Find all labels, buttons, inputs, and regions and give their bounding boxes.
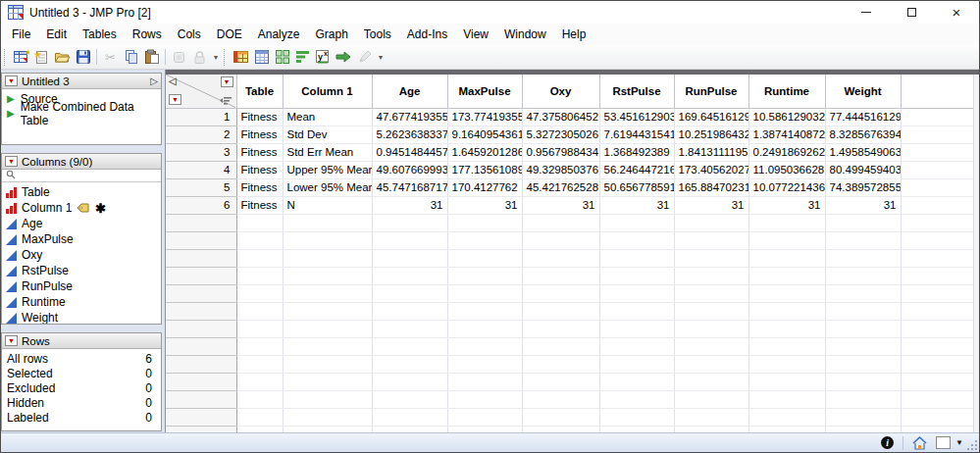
column-item-oxy[interactable]: Oxy [2,247,161,263]
table-cell[interactable]: 170.4127762 [447,178,522,196]
empty-cell[interactable] [599,214,674,231]
empty-cell[interactable] [674,337,748,355]
table-cell[interactable]: 1.4958549063 [825,143,901,161]
rows-menu-button[interactable]: ▼ [169,94,181,105]
empty-cell[interactable] [825,320,901,337]
empty-cell[interactable] [674,231,748,249]
empty-cell[interactable] [825,373,901,390]
table-cell[interactable]: 5.3272305026 [522,126,599,143]
empty-cell[interactable] [674,408,748,426]
column-header-rstpulse[interactable]: RstPulse [599,75,674,108]
table-cell[interactable]: 31 [825,196,901,214]
toolbar-overflow-icon[interactable]: ▾ [375,53,387,62]
empty-cell[interactable] [522,249,599,267]
row-number[interactable]: 2 [166,126,236,143]
column-item-weight[interactable]: Weight [2,310,161,324]
empty-cell[interactable] [825,302,901,320]
empty-cell[interactable] [599,408,674,426]
table-cell[interactable]: 74.389572855 [825,178,901,196]
table-cell[interactable]: 10.077221436 [748,178,825,196]
table-cell[interactable]: N [283,196,372,214]
empty-cell[interactable] [447,390,522,408]
menu-doe[interactable]: DOE [209,25,250,43]
empty-cell[interactable] [236,320,283,337]
empty-cell[interactable] [901,390,975,408]
empty-cell[interactable] [283,214,372,231]
column-item-rstpulse[interactable]: RstPulse [2,263,161,278]
column-header-runtime[interactable]: Runtime [748,75,825,108]
table-cell[interactable]: 31 [372,196,447,214]
empty-cell[interactable] [901,178,975,196]
row-number[interactable]: 3 [166,143,236,161]
empty-cell[interactable] [236,373,283,390]
empty-cell[interactable] [825,284,901,302]
empty-cell[interactable] [447,249,522,267]
empty-cell[interactable] [447,267,522,284]
menu-tables[interactable]: Tables [75,25,125,43]
empty-cell[interactable] [236,284,283,302]
empty-cell[interactable] [825,249,901,267]
empty-cell[interactable] [674,249,748,267]
empty-cell[interactable] [283,426,372,432]
table-cell[interactable]: 10.251986432 [674,126,748,143]
empty-cell[interactable] [236,337,283,355]
empty-cell[interactable] [674,320,748,337]
empty-cell[interactable] [748,284,825,302]
empty-cell[interactable] [599,231,674,249]
save-button[interactable] [73,47,93,67]
empty-cell[interactable] [901,408,975,426]
table-cell[interactable]: 31 [748,196,825,214]
table-cell[interactable]: 165.88470231 [674,178,748,196]
menu-edit[interactable]: Edit [38,25,75,43]
table-cell[interactable]: 1.8413111195 [674,143,748,161]
table-cell[interactable]: 49.607669993 [372,161,447,178]
empty-cell[interactable] [283,249,372,267]
table-cell[interactable]: Fitness [236,143,283,161]
formula-button[interactable]: y x [313,47,334,67]
empty-cell[interactable] [522,320,599,337]
table-cell[interactable]: Fitness [236,178,283,196]
table-cell[interactable]: 56.246447216 [599,161,674,178]
empty-cell[interactable] [372,337,447,355]
empty-cell[interactable] [372,302,447,320]
empty-cell[interactable] [283,302,372,320]
maximize-button[interactable] [889,1,934,24]
column-header-age[interactable]: Age [372,75,447,108]
empty-cell[interactable] [674,267,748,284]
empty-row-header[interactable] [166,390,236,408]
empty-cell[interactable] [372,231,447,249]
empty-cell[interactable] [748,373,825,390]
empty-cell[interactable] [901,108,975,126]
expand-arrow-icon[interactable]: ▷ [150,76,158,86]
empty-cell[interactable] [901,302,975,320]
table-cell[interactable]: 173.40562027 [674,161,748,178]
empty-cell[interactable] [901,161,975,178]
table-cell[interactable]: 177.13561089 [447,161,522,178]
empty-cell[interactable] [236,249,283,267]
empty-cell[interactable] [522,214,599,231]
empty-cell[interactable] [674,355,748,373]
open-button[interactable] [52,47,73,67]
empty-cell[interactable] [522,426,599,432]
table-cell[interactable]: Upper 95% Mean [283,161,372,178]
empty-row-header[interactable] [166,337,236,355]
empty-cell[interactable] [599,390,674,408]
table-cell[interactable]: 77.444516129 [825,108,901,126]
table-cell[interactable]: 53.451612903 [599,108,674,126]
menu-cols[interactable]: Cols [170,25,209,43]
empty-cell[interactable] [372,249,447,267]
empty-cell[interactable] [748,302,825,320]
column-item-table[interactable]: Table [2,184,161,200]
empty-cell[interactable] [674,426,748,432]
empty-cell[interactable] [236,214,283,231]
empty-cell[interactable] [447,284,522,302]
empty-cell[interactable] [599,284,674,302]
empty-cell[interactable] [372,284,447,302]
menu-analyze[interactable]: Analyze [250,25,308,43]
empty-cell[interactable] [522,408,599,426]
empty-cell[interactable] [447,231,522,249]
table-cell[interactable]: 0.9451484457 [372,143,447,161]
menu-window[interactable]: Window [496,25,554,43]
empty-cell[interactable] [901,426,975,432]
empty-cell[interactable] [599,302,674,320]
